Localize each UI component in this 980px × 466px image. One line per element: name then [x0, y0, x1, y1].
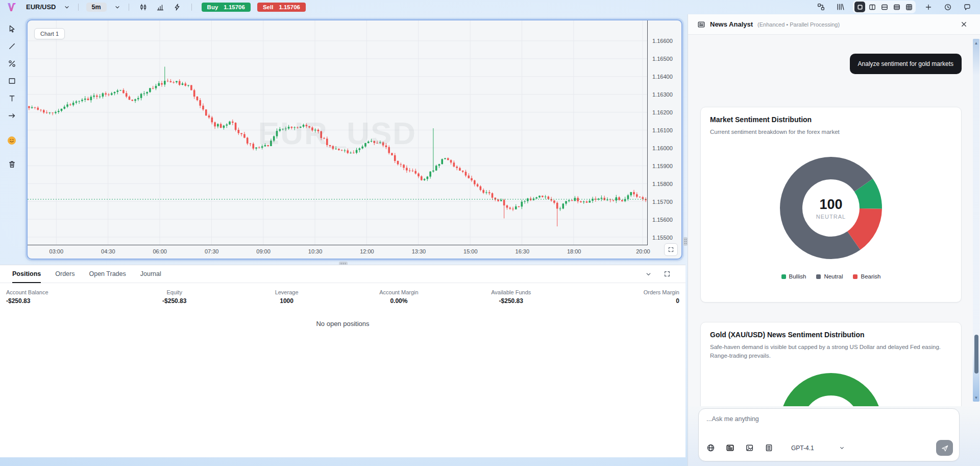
positions-tabs: PositionsOrdersOpen TradesJournal	[0, 265, 685, 283]
timeframe-chevron-down-icon[interactable]	[114, 4, 121, 11]
web-search-icon[interactable]	[706, 444, 715, 452]
stat-value: 0.00%	[342, 297, 455, 305]
sentiment-legend: BullishNeutralBearish	[710, 273, 952, 279]
text-tool-icon[interactable]	[5, 92, 18, 104]
layout-single-icon[interactable]	[854, 2, 865, 12]
panel-scrollbar[interactable]: ▲ ▼	[973, 39, 979, 402]
chat-input[interactable]: ...Ask me anything	[706, 415, 951, 423]
legend-swatch	[816, 274, 821, 279]
model-selector[interactable]: GPT-4.1	[791, 445, 845, 452]
stat-leverage: Leverage1000	[231, 289, 343, 305]
time-axis[interactable]: 03:0004:3006:0007:3009:0010:3012:0013:30…	[28, 245, 648, 259]
stat-label: Equity	[118, 289, 231, 295]
chat-bubble-icon[interactable]	[961, 2, 974, 13]
percent-tool-icon[interactable]	[5, 57, 18, 69]
card-title: Market Sentiment Distribution	[710, 115, 952, 124]
link-nodes-icon[interactable]	[814, 2, 827, 13]
chat-input-box: ...Ask me anything GPT-4.1	[698, 408, 960, 461]
tab-orders[interactable]: Orders	[55, 265, 75, 283]
price-tick: 1.15500	[652, 235, 673, 241]
account-stats: Account Balance-$250.83Equity-$250.83Lev…	[0, 283, 685, 305]
emoji-tool-icon[interactable]	[5, 134, 18, 147]
drawing-toolbar	[0, 14, 23, 170]
bar-chart-icon[interactable]	[154, 2, 167, 13]
card-subtitle: Current sentiment breakdown for the fore…	[710, 128, 952, 136]
lines-icon[interactable]	[834, 2, 847, 13]
image-icon[interactable]	[745, 444, 754, 452]
symbol-selector[interactable]: EUR/USD	[26, 3, 56, 11]
add-chart-icon[interactable]	[922, 2, 935, 13]
time-tick: 03:00	[50, 248, 64, 254]
stat-value: -$250.83	[455, 297, 567, 305]
price-tick: 1.16300	[652, 91, 673, 98]
layout-grid-icon[interactable]	[903, 2, 914, 12]
scrollbar-up-arrow[interactable]: ▲	[973, 40, 979, 46]
price-axis[interactable]: 1.166001.165001.164001.163001.162001.161…	[648, 20, 681, 245]
close-icon[interactable]	[960, 20, 968, 28]
symbol-chevron-down-icon[interactable]	[63, 4, 70, 11]
stat-value: 0	[567, 297, 679, 305]
card-title: Gold (XAU/USD) News Sentiment Distributi…	[710, 331, 952, 339]
newspaper-icon	[697, 20, 705, 29]
stat-account-margin: Account Margin0.00%	[342, 289, 455, 305]
chart-label[interactable]: Chart 1	[34, 28, 65, 39]
expand-panel-icon[interactable]	[662, 269, 672, 279]
price-tick: 1.15700	[652, 199, 673, 205]
legend-item-neutral: Neutral	[816, 273, 843, 279]
sell-label: Sell	[263, 4, 273, 10]
trend-line-tool-icon[interactable]	[5, 40, 18, 52]
send-button[interactable]	[936, 440, 953, 456]
toolbar-divider	[129, 4, 129, 11]
scrollbar-thumb[interactable]	[974, 335, 978, 374]
time-tick: 07:30	[205, 248, 219, 254]
sentiment-card-forex: Market Sentiment Distribution Current se…	[700, 107, 962, 302]
empty-positions-message: No open positions	[0, 320, 685, 328]
time-tick: 06:00	[153, 248, 167, 254]
layout-columns-icon[interactable]	[867, 2, 877, 12]
lightning-icon[interactable]	[170, 2, 184, 13]
candlestick-chart[interactable]	[28, 20, 647, 245]
time-tick: 12:00	[360, 248, 374, 254]
stat-equity: Equity-$250.83	[118, 289, 231, 305]
chart-fullscreen-button[interactable]	[664, 243, 678, 256]
arrow-tool-icon[interactable]	[5, 109, 18, 122]
sell-button[interactable]: Sell 1.15706	[257, 3, 306, 12]
price-tick: 1.15600	[652, 217, 673, 223]
vertical-resize-handle[interactable]	[683, 237, 688, 246]
collapse-panel-chevron-icon[interactable]	[643, 269, 653, 279]
layout-split-icon[interactable]	[879, 2, 890, 12]
time-tick: 09:00	[256, 248, 271, 254]
news-analyst-header: News Analyst (Enhanced • Parallel Proces…	[688, 14, 980, 35]
timeframe-selector[interactable]: 5m	[86, 3, 107, 12]
tab-open-trades[interactable]: Open Trades	[89, 265, 126, 283]
rectangle-tool-icon[interactable]	[5, 75, 18, 87]
sentiment-donut-chart: 100 NEUTRAL	[779, 156, 883, 260]
cursor-tool-icon[interactable]	[5, 22, 18, 35]
buy-label: Buy	[207, 4, 218, 10]
history-icon[interactable]	[941, 2, 954, 13]
scrollbar-down-arrow[interactable]: ▼	[973, 394, 979, 401]
layout-rows-icon[interactable]	[891, 2, 902, 12]
time-tick: 04:30	[101, 248, 115, 254]
time-tick: 16:30	[516, 248, 530, 254]
panel-title: News Analyst	[710, 20, 753, 28]
news-mode-icon[interactable]	[726, 444, 734, 452]
chat-input-area: ...Ask me anything GPT-4.1	[688, 406, 980, 466]
stat-value: -$250.83	[118, 297, 231, 305]
chat-message-area[interactable]: Analyze sentiment for gold markets Marke…	[688, 35, 980, 406]
candlestick-chart-icon[interactable]	[137, 2, 150, 13]
buy-button[interactable]: Buy 1.15706	[202, 3, 251, 12]
chart-plot-area[interactable]: EUR_USD	[28, 20, 648, 245]
stat-label: Leverage	[231, 289, 343, 295]
positions-panel: PositionsOrdersOpen TradesJournal Accoun…	[0, 265, 685, 457]
top-toolbar: EUR/USD 5m Buy 1.15706 Sell 1.15706	[0, 0, 980, 14]
app-logo[interactable]	[6, 3, 16, 12]
stat-value: -$250.83	[6, 297, 118, 305]
price-tick: 1.15800	[652, 181, 673, 187]
time-tick: 13:30	[412, 248, 426, 254]
tab-journal[interactable]: Journal	[140, 265, 161, 283]
stat-label: Account Balance	[6, 289, 118, 295]
tab-positions[interactable]: Positions	[12, 265, 41, 283]
trash-icon[interactable]	[5, 158, 18, 170]
notes-icon[interactable]	[765, 444, 773, 452]
